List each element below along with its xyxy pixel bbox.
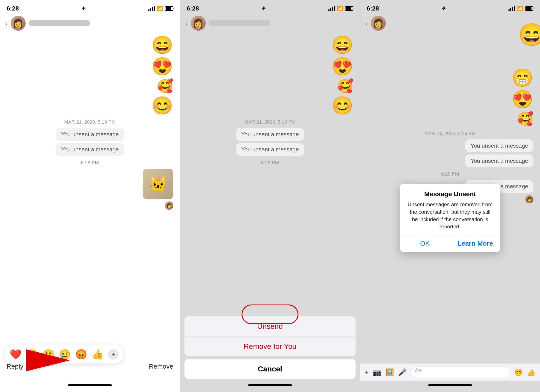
message-image-1: 🐱 <box>143 169 173 199</box>
panel-2: 6:28 ✈ 📶 ‹ 👩 😄 😍 🥰 😊 MAR 21, 2020, 5 <box>180 0 360 392</box>
alert-buttons: OK Learn More <box>400 235 500 252</box>
wifi-icon-1: 📶 <box>157 6 163 11</box>
learn-more-button[interactable]: Learn More <box>450 235 501 252</box>
bar4 <box>154 6 155 11</box>
nav-bar-2: ‹ 👩 <box>180 15 360 31</box>
signal-2 <box>328 6 335 11</box>
reply-button[interactable]: Reply <box>7 363 23 370</box>
battery-fill-1 <box>166 7 171 10</box>
status-bar-2: 6:28 ✈ 📶 <box>180 0 360 15</box>
timestamp-2: MAR 21, 2020, 5:19 PM <box>244 119 296 125</box>
action-sheet-card: Unsend Remove for You <box>185 316 355 356</box>
back-button-1[interactable]: ‹ <box>5 19 8 27</box>
status-icons-2: 📶 <box>328 6 353 11</box>
time-2: 6:28 <box>187 5 199 12</box>
back-button-2[interactable]: ‹ <box>185 19 188 27</box>
alert-overlay: Message Unsent Unsent messages are remov… <box>360 0 540 392</box>
alert-title: Message Unsent <box>406 190 494 198</box>
unsent-2b: You unsent a message <box>236 143 304 156</box>
avatar-2[interactable]: 👩 <box>191 16 206 31</box>
battery-2 <box>345 6 353 11</box>
status-icons-1: 📶 <box>148 6 173 11</box>
home-bar-1 <box>68 384 112 386</box>
avatar-1[interactable]: 👩 <box>11 16 26 31</box>
battery-1 <box>165 6 173 11</box>
time-1: 6:28 <box>7 5 19 12</box>
bar1 <box>148 10 150 11</box>
home-indicator-1 <box>0 381 180 392</box>
cancel-action[interactable]: Cancel <box>185 359 355 379</box>
unsent-2a: You unsent a message <box>236 128 304 141</box>
time-label-1: 6:28 PM <box>81 160 99 166</box>
battery-fill-2 <box>346 7 352 10</box>
ok-button[interactable]: OK <box>400 235 450 252</box>
home-bar-2 <box>248 384 292 386</box>
emoji-msg-2: 😍 <box>151 57 173 76</box>
status-bar-1: 6:28 ✈ 📶 <box>0 0 180 15</box>
bar3b <box>332 7 333 11</box>
bar1b <box>328 10 330 11</box>
nav-bar-1: ‹ 👩 <box>0 15 180 31</box>
reaction-heart[interactable]: ❤️ <box>10 349 22 360</box>
wifi-icon-2: 📶 <box>337 6 343 11</box>
alert-content: Message Unsent Unsent messages are remov… <box>400 184 500 234</box>
bar3 <box>152 7 153 11</box>
emoji-msg-4: 😊 <box>151 96 173 115</box>
alert-body: Unsent messages are removed from the con… <box>406 201 494 230</box>
contact-name-bar-2 <box>209 20 270 26</box>
bar4b <box>334 6 335 11</box>
remove-button[interactable]: Remove <box>149 363 173 370</box>
emoji-msg-2d: 😊 <box>331 96 353 115</box>
emoji-msg-3: 🥰 <box>157 78 173 94</box>
remove-for-you-action[interactable]: Remove for You <box>185 337 355 356</box>
timestamp-1: MAR 21, 2020, 5:19 PM <box>64 119 116 125</box>
reaction-angry[interactable]: 😡 <box>75 349 87 360</box>
unsent-1: You unsent a message <box>56 128 124 141</box>
unsend-action[interactable]: Unsend <box>185 316 355 337</box>
location-icon-2: ✈ <box>262 6 266 11</box>
reaction-thumbsup[interactable]: 👍 <box>92 349 104 360</box>
emoji-msg-2c: 🥰 <box>337 78 353 94</box>
emoji-msg-2b: 😍 <box>331 57 353 76</box>
unsent-2: You unsent a message <box>56 143 124 156</box>
emoji-msg-2a: 😄 <box>331 35 353 55</box>
emoji-msg-1: 😄 <box>151 35 173 55</box>
location-icon-1: ✈ <box>82 6 85 11</box>
alert-box: Message Unsent Unsent messages are remov… <box>400 184 500 252</box>
time-label-2: 6:28 PM <box>261 160 279 166</box>
panel-3: 6:28 ✈ 📶 ‹ 👩 😄 😁 😍 🥰 MAR 21, 2020, 5:19 <box>360 0 540 392</box>
contact-name-bar-1 <box>29 20 90 26</box>
bar2b <box>330 8 331 11</box>
action-sheet: Unsend Remove for You Cancel <box>180 316 360 392</box>
chat-area-1: 😄 😍 🥰 😊 MAR 21, 2020, 5:19 PM You unsent… <box>0 31 180 357</box>
bar2 <box>150 8 151 11</box>
reaction-more[interactable]: + <box>108 349 119 360</box>
panel-1: 6:28 ✈ 📶 ‹ 👩 😄 😍 🥰 😊 MAR 21, 2020, 5 <box>0 0 180 392</box>
signal-1 <box>148 6 155 11</box>
red-arrow <box>26 349 70 371</box>
home-indicator-2 <box>180 381 360 392</box>
